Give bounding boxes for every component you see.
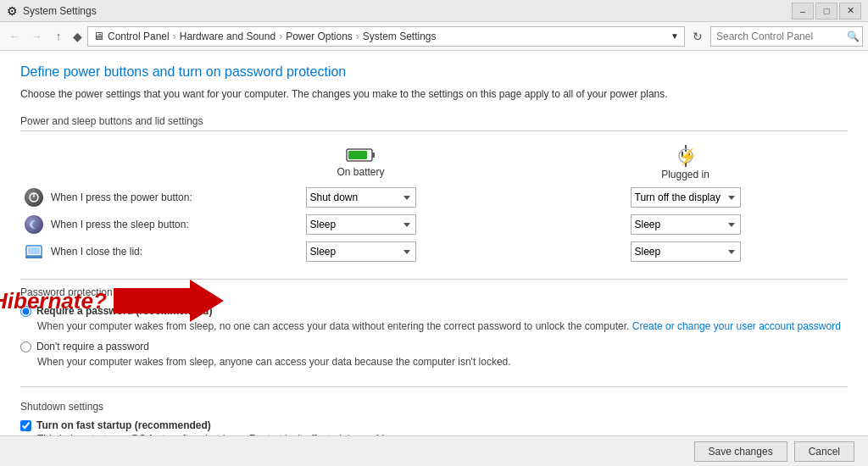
- power-sleep-section: Power and sleep buttons and lid settings: [20, 115, 848, 265]
- no-password-label: Don't require a password: [36, 341, 149, 352]
- back-button[interactable]: ←: [5, 27, 24, 46]
- svg-rect-3: [348, 151, 367, 159]
- battery-icon: [346, 146, 376, 164]
- require-password-option: Require a password (recommended) When yo…: [20, 305, 848, 334]
- title-bar-controls: – □ ✕: [792, 3, 861, 19]
- power-table-row: When I close the lid:Do nothingSleepHibe…: [20, 238, 848, 265]
- title-bar: ⚙ System Settings – □ ✕: [0, 0, 868, 22]
- svg-rect-2: [372, 153, 375, 158]
- svg-rect-14: [28, 247, 40, 254]
- require-password-label: Require a password (recommended): [36, 305, 212, 317]
- battery-select-row-1[interactable]: Do nothingSleepHibernateShut down: [306, 214, 416, 235]
- password-section-title: Password protection on wakeup: [20, 286, 848, 298]
- battery-select-row-2[interactable]: Do nothingSleepHibernateShut down: [306, 241, 416, 262]
- require-password-description: When your computer wakes from sleep, no …: [37, 319, 848, 334]
- power-button-icon: [25, 188, 43, 207]
- require-password-radio[interactable]: [20, 306, 31, 317]
- address-icon: 🖥: [93, 30, 104, 42]
- save-changes-button[interactable]: Save changes: [694, 441, 787, 462]
- power-sleep-section-title: Power and sleep buttons and lid settings: [20, 115, 848, 131]
- no-password-option: Don't require a password When your compu…: [20, 341, 848, 369]
- fast-startup-description: This helps start your PC faster after sh…: [37, 433, 848, 435]
- refresh-button[interactable]: ↻: [688, 27, 707, 46]
- plugged-in-header: ⚡ Plugged in: [523, 140, 848, 184]
- pluggedin-select-row-0[interactable]: Do nothingSleepHibernateShut downTurn of…: [631, 187, 741, 208]
- svg-rect-13: [25, 256, 42, 258]
- power-table: On battery: [20, 140, 848, 265]
- no-password-description: When your computer wakes from sleep, any…: [37, 354, 848, 369]
- recents-icon: ◆: [73, 30, 82, 43]
- breadcrumb-control-panel[interactable]: Control Panel: [108, 31, 170, 42]
- breadcrumb-power-options[interactable]: Power Options: [286, 31, 353, 42]
- minimize-button[interactable]: –: [792, 3, 814, 19]
- fast-startup-option: Turn on fast startup (recommended) This …: [20, 419, 848, 435]
- page-description: Choose the power settings that you want …: [20, 86, 848, 102]
- fast-startup-checkbox[interactable]: [20, 420, 31, 431]
- shutdown-section-title: Shutdown settings: [20, 401, 848, 413]
- search-container: 🔍: [710, 26, 863, 47]
- plug-icon: ⚡: [673, 143, 698, 167]
- main-layout: Hibernate? Define power buttons and turn…: [0, 51, 868, 435]
- power-table-row: When I press the power button:Do nothing…: [20, 184, 848, 211]
- no-password-radio[interactable]: [20, 341, 31, 352]
- breadcrumb-hardware-sound[interactable]: Hardware and Sound: [180, 31, 275, 42]
- password-section: Password protection on wakeup Require a …: [20, 286, 848, 387]
- pluggedin-select-row-2[interactable]: Do nothingSleepHibernateShut down: [631, 241, 741, 262]
- close-button[interactable]: ✕: [839, 3, 861, 19]
- title-bar-title: System Settings: [23, 5, 97, 17]
- fast-startup-label: Turn on fast startup (recommended): [36, 419, 211, 431]
- svg-text:⚡: ⚡: [678, 147, 698, 166]
- maximize-button[interactable]: □: [815, 3, 837, 19]
- search-input[interactable]: [710, 26, 863, 47]
- bottom-bar: Save changes Cancel: [0, 435, 868, 466]
- learn-more-link[interactable]: Learn More: [348, 433, 399, 435]
- lid-icon: [25, 242, 43, 261]
- toolbar: ← → ↑ ◆ 🖥 Control Panel › Hardware and S…: [0, 22, 868, 51]
- pluggedin-select-row-1[interactable]: Do nothingSleepHibernateShut down: [631, 214, 741, 235]
- forward-button[interactable]: →: [27, 27, 46, 46]
- shutdown-section: Shutdown settings Turn on fast startup (…: [20, 401, 848, 435]
- up-button[interactable]: ↑: [49, 27, 68, 46]
- app-icon: ⚙: [7, 4, 18, 18]
- on-battery-header: On battery: [198, 140, 523, 184]
- breadcrumb-system-settings[interactable]: System Settings: [363, 31, 437, 42]
- power-table-row: When I press the sleep button:Do nothing…: [20, 211, 848, 238]
- battery-select-row-0[interactable]: Do nothingSleepHibernateShut downTurn of…: [306, 187, 416, 208]
- search-button[interactable]: 🔍: [847, 31, 860, 42]
- create-password-link[interactable]: Create or change your user account passw…: [632, 320, 841, 332]
- page-title: Define power buttons and turn on passwor…: [20, 64, 848, 80]
- sleep-button-icon: [25, 215, 43, 234]
- address-bar: 🖥 Control Panel › Hardware and Sound › P…: [87, 26, 685, 47]
- cancel-button[interactable]: Cancel: [794, 441, 854, 462]
- content-area: Hibernate? Define power buttons and turn…: [0, 51, 868, 435]
